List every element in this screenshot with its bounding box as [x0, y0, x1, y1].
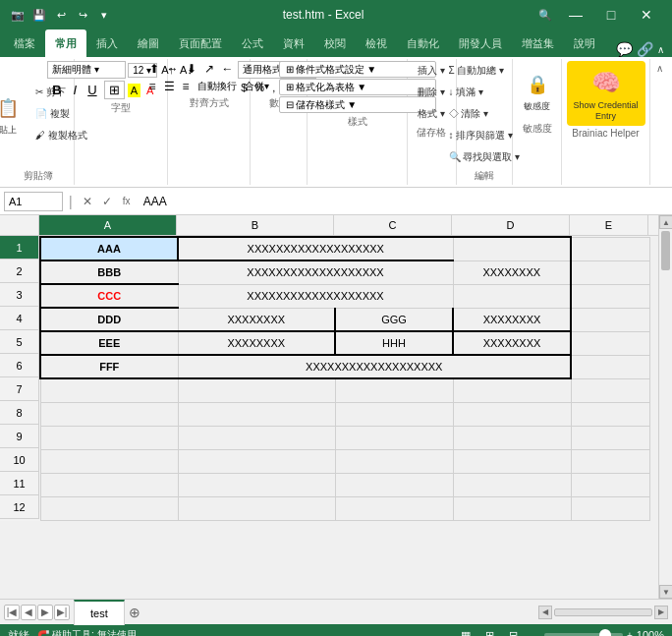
- tab-draw[interactable]: 繪圖: [128, 29, 169, 57]
- align-bottom-button[interactable]: ⬇: [184, 61, 199, 77]
- paste-button[interactable]: 📋 貼上: [0, 85, 29, 144]
- highlight-button[interactable]: A: [128, 84, 140, 97]
- tab-file[interactable]: 檔案: [4, 29, 45, 57]
- cell-c4[interactable]: GGG: [335, 308, 453, 331]
- cell-a2[interactable]: BBB: [40, 260, 178, 284]
- fill-button[interactable]: ↓ 填滿 ▾: [445, 83, 525, 102]
- insert-function-button[interactable]: fx: [118, 193, 136, 210]
- col-header-c[interactable]: C: [334, 215, 452, 235]
- comma-button[interactable]: ,: [269, 81, 278, 94]
- cell-a5[interactable]: EEE: [40, 331, 178, 355]
- cell-a4[interactable]: DDD: [40, 308, 178, 331]
- sort-button[interactable]: ↕ 排序與篩選 ▾: [445, 126, 525, 145]
- tab-automate[interactable]: 自動化: [397, 29, 449, 57]
- cell-d8[interactable]: [453, 402, 571, 426]
- cell-e1[interactable]: [571, 237, 649, 260]
- tab-addins[interactable]: 增益集: [512, 29, 564, 57]
- italic-button[interactable]: I: [70, 82, 82, 98]
- clear-button[interactable]: ◇ 清除 ▾: [445, 104, 525, 124]
- cell-a12[interactable]: [40, 496, 178, 520]
- align-right-button[interactable]: ≡: [180, 79, 193, 94]
- tab-developer[interactable]: 開發人員: [449, 29, 512, 57]
- search-box[interactable]: 🔍: [532, 7, 558, 24]
- row-header-11[interactable]: 11: [0, 472, 39, 495]
- close-button[interactable]: ✕: [629, 0, 664, 29]
- wrap-text-button[interactable]: 自動換行: [195, 79, 240, 94]
- cell-b11[interactable]: [178, 473, 335, 496]
- redo-icon[interactable]: ↪: [73, 5, 92, 25]
- percent-button[interactable]: %: [252, 81, 267, 94]
- cell-b6-d6[interactable]: XXXXXXXXXXXXXXXXXXX: [178, 355, 571, 378]
- page-break-view-button[interactable]: ⊟: [503, 625, 523, 636]
- ribbon-collapse-button[interactable]: ∧: [652, 61, 666, 75]
- col-header-a[interactable]: A: [39, 215, 177, 235]
- cell-b7[interactable]: [178, 378, 335, 402]
- cell-d11[interactable]: [453, 473, 571, 496]
- cell-d1[interactable]: [453, 237, 571, 260]
- border-button[interactable]: ⊞: [104, 81, 125, 99]
- page-layout-view-button[interactable]: ⊞: [479, 625, 499, 636]
- tab-help[interactable]: 說明: [564, 29, 605, 57]
- cell-c8[interactable]: [335, 402, 453, 426]
- cell-e4[interactable]: [571, 308, 649, 331]
- cell-c9[interactable]: [335, 426, 453, 449]
- cell-b2-c2[interactable]: XXXXXXXXXXXXXXXXXXX: [178, 260, 453, 284]
- cell-a10[interactable]: [40, 449, 178, 473]
- cell-d5[interactable]: XXXXXXXX: [453, 331, 571, 355]
- row-header-10[interactable]: 10: [0, 448, 39, 472]
- cell-c12[interactable]: [335, 496, 453, 520]
- row-header-9[interactable]: 9: [0, 425, 39, 448]
- cell-d4[interactable]: XXXXXXXX: [453, 308, 571, 331]
- tab-prev-button[interactable]: ◀: [21, 605, 36, 620]
- save-icon[interactable]: 💾: [29, 5, 49, 25]
- row-header-7[interactable]: 7: [0, 377, 39, 401]
- tab-formulas[interactable]: 公式: [232, 29, 273, 57]
- cell-d12[interactable]: [453, 496, 571, 520]
- maximize-button[interactable]: □: [593, 0, 629, 29]
- align-middle-button[interactable]: ↔: [164, 61, 182, 77]
- h-scroll-track[interactable]: [554, 608, 652, 616]
- comments-icon[interactable]: 💬: [616, 41, 633, 57]
- cell-b12[interactable]: [178, 496, 335, 520]
- sensitivity-button[interactable]: 🔒 敏感度: [516, 61, 559, 120]
- cell-a9[interactable]: [40, 426, 178, 449]
- cell-d7[interactable]: [453, 378, 571, 402]
- cell-e2[interactable]: [571, 260, 649, 284]
- row-header-1[interactable]: 1: [0, 236, 39, 260]
- find-button[interactable]: 🔍 尋找與選取 ▾: [445, 147, 525, 167]
- formula-cancel-button[interactable]: ✕: [79, 193, 96, 210]
- scroll-track[interactable]: [659, 229, 672, 585]
- align-center-button[interactable]: ☰: [161, 79, 178, 94]
- bold-button[interactable]: B: [47, 81, 66, 99]
- cell-c10[interactable]: [335, 449, 453, 473]
- indent-decrease-button[interactable]: ←: [219, 61, 237, 77]
- cell-b3-c3[interactable]: XXXXXXXXXXXXXXXXXXX: [178, 284, 453, 308]
- zoom-decrease-button[interactable]: —: [531, 630, 540, 637]
- cell-b5[interactable]: XXXXXXXX: [178, 331, 335, 355]
- cell-e3[interactable]: [571, 284, 649, 308]
- cell-e12[interactable]: [571, 496, 649, 520]
- zoom-increase-button[interactable]: +: [627, 630, 633, 637]
- text-direction-button[interactable]: ↗: [201, 61, 217, 77]
- cell-e7[interactable]: [571, 378, 649, 402]
- row-header-8[interactable]: 8: [0, 401, 39, 425]
- undo-icon[interactable]: ↩: [51, 5, 71, 25]
- cell-d3[interactable]: [453, 284, 571, 308]
- tab-layout[interactable]: 頁面配置: [169, 29, 232, 57]
- tab-home[interactable]: 常用: [45, 29, 86, 57]
- col-header-b[interactable]: B: [177, 215, 334, 235]
- row-header-2[interactable]: 2: [0, 260, 39, 283]
- tab-next-button[interactable]: ▶: [37, 605, 53, 620]
- tab-view[interactable]: 檢視: [356, 29, 397, 57]
- cell-e6[interactable]: [571, 355, 649, 378]
- col-header-d[interactable]: D: [452, 215, 570, 235]
- row-header-3[interactable]: 3: [0, 283, 39, 307]
- tab-review[interactable]: 校閱: [314, 29, 356, 57]
- cell-reference-box[interactable]: A1: [4, 192, 63, 211]
- cell-a7[interactable]: [40, 378, 178, 402]
- cell-a3[interactable]: CCC: [40, 284, 178, 308]
- ribbon-collapse-icon[interactable]: ∧: [657, 44, 664, 55]
- cell-a1[interactable]: AAA: [40, 237, 178, 260]
- formula-input[interactable]: [140, 195, 668, 208]
- cell-c5[interactable]: HHH: [335, 331, 453, 355]
